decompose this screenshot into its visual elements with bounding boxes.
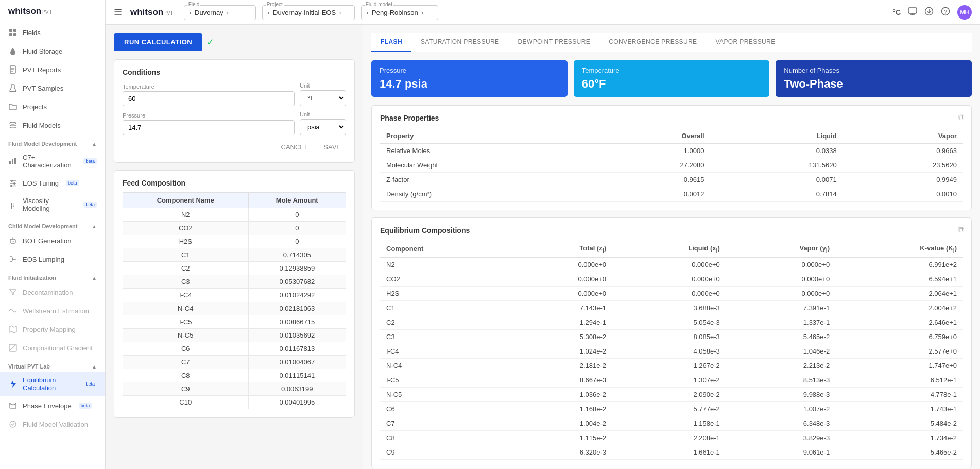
tab-vapor-pressure[interactable]: VAPOR PRESSURE (707, 33, 785, 52)
fluid-init-header[interactable]: Fluid Initialization ▲ (0, 271, 105, 283)
beta-badge: beta (83, 381, 97, 387)
table-row: C71.004e-21.158e-16.348e-35.484e-2 (380, 416, 963, 430)
table-row: N20.000e+00.000e+00.000e+06.991e+2 (380, 257, 963, 272)
pressure-unit-select[interactable]: psia MPa bar (300, 119, 346, 135)
temp-unit-btn[interactable]: °C (892, 8, 901, 16)
fluid-model-label: Fluid model (365, 2, 393, 7)
virtual-pvt-lab-header[interactable]: Virtual PVT Lab ▲ (0, 359, 105, 372)
kvalue-cell: 4.778e-1 (836, 387, 963, 401)
liquid-cell: 1.661e-1 (612, 445, 726, 459)
cancel-button[interactable]: CANCEL (276, 140, 314, 154)
left-panel: RUN CALCULATION ✓ Conditions Temperature… (106, 25, 363, 469)
sidebar-item-label: PVT Samples (23, 85, 63, 92)
component-cell: C6 (380, 401, 508, 416)
vapor-cell: 0.000e+0 (726, 272, 836, 286)
sidebar-item-eos-lumping[interactable]: EOS Lumping (0, 250, 105, 269)
sidebar-item-label: C7+ Characterization (23, 154, 76, 169)
sidebar-item-comp-gradient[interactable]: Compositional Gradient (0, 339, 105, 357)
component-cell: C7 (123, 356, 249, 369)
tab-convergence-pressure[interactable]: CONVERGENCE PRESSURE (599, 33, 706, 52)
sidebar-item-c7-char[interactable]: C7+ Characterization beta (0, 149, 105, 174)
table-row: C20.12938859 (123, 262, 346, 275)
sidebar-item-fields[interactable]: Fields (0, 23, 105, 42)
project-next-btn[interactable]: › (339, 9, 341, 16)
component-cell: CO2 (380, 272, 508, 286)
hamburger-icon[interactable]: ☰ (114, 7, 122, 18)
temperature-input[interactable] (123, 91, 295, 106)
sidebar-item-label: EOS Lumping (23, 256, 64, 263)
liquid-cell: 2.090e-2 (612, 387, 726, 401)
vapor-cell: 0.9663 (843, 144, 963, 158)
project-selector[interactable]: Project ‹ Duvernay-Initial-EOS › (262, 5, 355, 20)
beta-badge: beta (79, 403, 92, 409)
pressure-input[interactable] (123, 120, 295, 135)
component-cell: CO2 (123, 222, 249, 235)
sidebar-item-phase-envelope[interactable]: Phase Envelope beta (0, 396, 105, 415)
total-cell: 1.115e-2 (508, 430, 612, 445)
metric-num-phases: Number of Phases Two-Phase (776, 60, 972, 97)
fluid-model-dev-header[interactable]: Fluid Model Development ▲ (0, 137, 105, 149)
field-selector[interactable]: Field ‹ Duvernay › (184, 5, 256, 20)
fluid-model-next-btn[interactable]: › (421, 9, 423, 16)
fluid-model-value: Peng-Robinson (372, 9, 418, 16)
copy-icon[interactable]: ⧉ (958, 113, 964, 122)
envelope-icon (8, 401, 18, 410)
sidebar-item-pvt-samples[interactable]: PVT Samples (0, 79, 105, 97)
temperature-label: Temperature (123, 83, 295, 90)
sidebar-item-wellstream-est[interactable]: Wellstream Estimation (0, 301, 105, 320)
project-prev-btn[interactable]: ‹ (268, 9, 270, 16)
field-next-btn[interactable]: › (227, 9, 229, 16)
sidebar-item-fluid-models[interactable]: Fluid Models (0, 116, 105, 135)
tab-dewpoint-pressure[interactable]: DEWPOINT PRESSURE (509, 33, 600, 52)
table-row: C10.714305 (123, 248, 346, 262)
field-prev-btn[interactable]: ‹ (190, 9, 192, 16)
sidebar-item-bot-gen[interactable]: BOT Generation (0, 231, 105, 250)
monitor-icon[interactable] (908, 7, 917, 18)
svg-line-27 (9, 344, 16, 351)
equil-col-vapor: Vapor (yi) (726, 241, 836, 257)
component-cell: N2 (380, 257, 508, 272)
component-cell: I-C4 (380, 344, 508, 358)
equil-comp-title: Equilibrium Compositions (380, 226, 963, 234)
help-icon[interactable]: ? (941, 7, 950, 18)
tab-flash[interactable]: FLASH (371, 33, 411, 52)
download-icon[interactable] (924, 7, 934, 18)
chevron-up-icon: ▲ (92, 141, 97, 147)
sidebar-item-projects[interactable]: Projects (0, 97, 105, 116)
total-cell: 0.000e+0 (508, 272, 612, 286)
child-model-dev-header[interactable]: Child Model Development ▲ (0, 219, 105, 231)
run-calculation-button[interactable]: RUN CALCULATION (114, 33, 202, 51)
tab-saturation-pressure[interactable]: SATURATION PRESSURE (411, 33, 509, 52)
sidebar-item-property-mapping[interactable]: Property Mapping (0, 320, 105, 339)
save-button[interactable]: SAVE (318, 140, 346, 154)
kvalue-cell: 1.734e-2 (836, 430, 963, 445)
liquid-cell: 1.307e-2 (612, 373, 726, 387)
success-check-icon: ✓ (207, 37, 214, 48)
chevron-up-icon: ▲ (92, 364, 97, 370)
liquid-cell: 1.158e-1 (612, 416, 726, 430)
sidebar-item-fluid-storage[interactable]: Fluid Storage (0, 42, 105, 60)
table-row: N20 (123, 208, 346, 222)
temperature-unit-select[interactable]: °F °C (300, 90, 346, 106)
sidebar-item-decontamination[interactable]: Decontamination (0, 283, 105, 301)
sidebar-item-fluid-model-val[interactable]: Fluid Model Validation (0, 415, 105, 433)
sidebar-item-label: Equilibrium Calculation (23, 376, 76, 392)
sidebar-item-equil-calc[interactable]: Equilibrium Calculation beta (0, 372, 105, 396)
sidebar-item-visc-modeling[interactable]: μ Viscosity Modeling beta (0, 192, 105, 217)
sidebar-item-eos-tuning[interactable]: EOS Tuning beta (0, 174, 105, 192)
component-cell: C10 (123, 396, 249, 409)
table-row: H2S0.000e+00.000e+00.000e+02.064e+1 (380, 286, 963, 300)
mole-cell: 0.12938859 (248, 262, 346, 275)
component-cell: C8 (123, 369, 249, 382)
kvalue-cell: 6.759e+0 (836, 329, 963, 344)
total-cell: 0.000e+0 (508, 257, 612, 272)
metric-pressure: Pressure 14.7 psia (371, 60, 568, 97)
mole-cell: 0 (248, 208, 346, 222)
total-cell: 6.320e-3 (508, 445, 612, 459)
copy-icon-equil[interactable]: ⧉ (958, 225, 964, 234)
total-cell: 5.308e-2 (508, 329, 612, 344)
fluid-model-prev-btn[interactable]: ‹ (367, 9, 369, 16)
user-avatar[interactable]: MH (957, 5, 972, 20)
fluid-model-selector[interactable]: Fluid model ‹ Peng-Robinson › (361, 5, 438, 20)
sidebar-item-pvt-reports[interactable]: PVT Reports (0, 60, 105, 79)
